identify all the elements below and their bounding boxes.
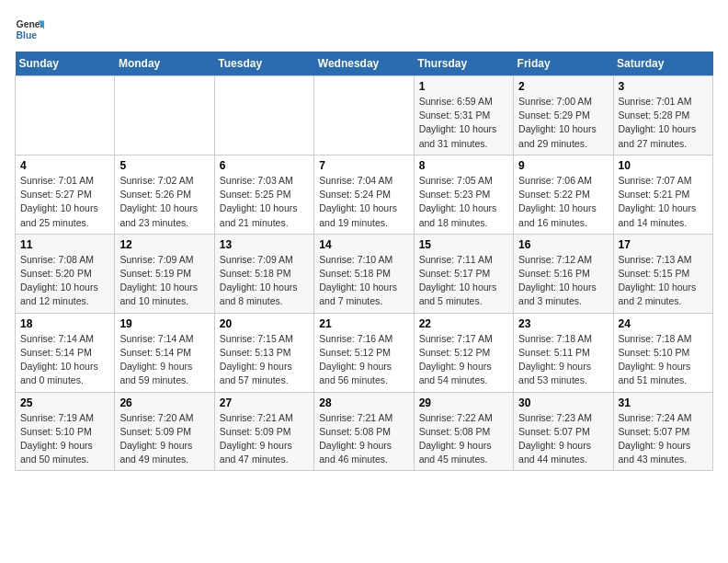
day-info: Sunrise: 7:21 AM Sunset: 5:09 PM Dayligh…	[220, 411, 309, 467]
calendar-cell: 12Sunrise: 7:09 AM Sunset: 5:19 PM Dayli…	[115, 234, 214, 313]
calendar-cell	[16, 76, 115, 155]
day-info: Sunrise: 7:19 AM Sunset: 5:10 PM Dayligh…	[20, 411, 109, 467]
day-number: 28	[319, 396, 408, 409]
calendar-week-5: 25Sunrise: 7:19 AM Sunset: 5:10 PM Dayli…	[16, 392, 713, 471]
day-info: Sunrise: 7:00 AM Sunset: 5:29 PM Dayligh…	[518, 95, 608, 151]
calendar-cell: 26Sunrise: 7:20 AM Sunset: 5:09 PM Dayli…	[115, 392, 214, 471]
calendar-cell: 31Sunrise: 7:24 AM Sunset: 5:07 PM Dayli…	[613, 392, 712, 471]
day-number: 24	[619, 317, 708, 330]
calendar-cell: 24Sunrise: 7:18 AM Sunset: 5:10 PM Dayli…	[613, 313, 712, 392]
day-info: Sunrise: 7:13 AM Sunset: 5:15 PM Dayligh…	[619, 253, 708, 309]
day-info: Sunrise: 7:18 AM Sunset: 5:11 PM Dayligh…	[518, 332, 608, 388]
day-info: Sunrise: 7:01 AM Sunset: 5:27 PM Dayligh…	[20, 174, 109, 230]
day-info: Sunrise: 7:03 AM Sunset: 5:25 PM Dayligh…	[220, 174, 309, 230]
day-info: Sunrise: 7:14 AM Sunset: 5:14 PM Dayligh…	[119, 332, 209, 388]
calendar-cell: 7Sunrise: 7:04 AM Sunset: 5:24 PM Daylig…	[314, 155, 414, 234]
day-number: 16	[518, 238, 608, 251]
calendar-week-1: 1Sunrise: 6:59 AM Sunset: 5:31 PM Daylig…	[16, 76, 713, 155]
day-info: Sunrise: 7:05 AM Sunset: 5:23 PM Dayligh…	[419, 174, 508, 230]
calendar-cell	[314, 76, 414, 155]
calendar-cell: 15Sunrise: 7:11 AM Sunset: 5:17 PM Dayli…	[414, 234, 513, 313]
day-info: Sunrise: 7:22 AM Sunset: 5:08 PM Dayligh…	[419, 411, 508, 467]
day-number: 30	[518, 396, 608, 409]
day-number: 20	[220, 317, 309, 330]
day-number: 27	[220, 396, 309, 409]
calendar-cell: 19Sunrise: 7:14 AM Sunset: 5:14 PM Dayli…	[115, 313, 214, 392]
day-number: 1	[419, 80, 508, 93]
calendar-table: SundayMondayTuesdayWednesdayThursdayFrid…	[15, 52, 713, 471]
day-info: Sunrise: 7:24 AM Sunset: 5:07 PM Dayligh…	[619, 411, 708, 467]
day-number: 3	[619, 80, 708, 93]
calendar-cell: 21Sunrise: 7:16 AM Sunset: 5:12 PM Dayli…	[314, 313, 414, 392]
day-number: 31	[619, 396, 708, 409]
day-number: 4	[20, 159, 109, 172]
day-number: 7	[319, 159, 408, 172]
day-number: 26	[119, 396, 209, 409]
day-info: Sunrise: 7:07 AM Sunset: 5:21 PM Dayligh…	[619, 174, 708, 230]
header-friday: Friday	[514, 52, 613, 76]
day-info: Sunrise: 7:11 AM Sunset: 5:17 PM Dayligh…	[419, 253, 508, 309]
header-thursday: Thursday	[414, 52, 513, 76]
day-number: 10	[619, 159, 708, 172]
calendar-cell: 25Sunrise: 7:19 AM Sunset: 5:10 PM Dayli…	[16, 392, 115, 471]
calendar-cell: 11Sunrise: 7:08 AM Sunset: 5:20 PM Dayli…	[16, 234, 115, 313]
calendar-cell: 5Sunrise: 7:02 AM Sunset: 5:26 PM Daylig…	[115, 155, 214, 234]
calendar-cell: 8Sunrise: 7:05 AM Sunset: 5:23 PM Daylig…	[414, 155, 513, 234]
calendar-week-4: 18Sunrise: 7:14 AM Sunset: 5:14 PM Dayli…	[16, 313, 713, 392]
day-number: 9	[518, 159, 608, 172]
calendar-cell: 22Sunrise: 7:17 AM Sunset: 5:12 PM Dayli…	[414, 313, 513, 392]
calendar-cell: 18Sunrise: 7:14 AM Sunset: 5:14 PM Dayli…	[16, 313, 115, 392]
day-number: 25	[20, 396, 109, 409]
calendar-cell: 16Sunrise: 7:12 AM Sunset: 5:16 PM Dayli…	[514, 234, 613, 313]
day-number: 8	[419, 159, 508, 172]
day-number: 2	[518, 80, 608, 93]
day-number: 29	[419, 396, 508, 409]
calendar-cell: 3Sunrise: 7:01 AM Sunset: 5:28 PM Daylig…	[613, 76, 712, 155]
day-info: Sunrise: 7:06 AM Sunset: 5:22 PM Dayligh…	[518, 174, 608, 230]
calendar-header-row: SundayMondayTuesdayWednesdayThursdayFrid…	[16, 52, 713, 76]
day-number: 22	[419, 317, 508, 330]
header-tuesday: Tuesday	[214, 52, 313, 76]
day-info: Sunrise: 7:01 AM Sunset: 5:28 PM Dayligh…	[619, 95, 708, 151]
day-info: Sunrise: 7:08 AM Sunset: 5:20 PM Dayligh…	[20, 253, 109, 309]
calendar-cell: 10Sunrise: 7:07 AM Sunset: 5:21 PM Dayli…	[613, 155, 712, 234]
calendar-cell: 29Sunrise: 7:22 AM Sunset: 5:08 PM Dayli…	[414, 392, 513, 471]
calendar-cell: 2Sunrise: 7:00 AM Sunset: 5:29 PM Daylig…	[514, 76, 613, 155]
day-info: Sunrise: 7:09 AM Sunset: 5:18 PM Dayligh…	[220, 253, 309, 309]
day-number: 13	[220, 238, 309, 251]
day-number: 15	[419, 238, 508, 251]
day-info: Sunrise: 7:10 AM Sunset: 5:18 PM Dayligh…	[319, 253, 408, 309]
calendar-cell: 13Sunrise: 7:09 AM Sunset: 5:18 PM Dayli…	[214, 234, 313, 313]
day-number: 5	[119, 159, 209, 172]
day-number: 21	[319, 317, 408, 330]
day-info: Sunrise: 7:12 AM Sunset: 5:16 PM Dayligh…	[518, 253, 608, 309]
day-info: Sunrise: 7:09 AM Sunset: 5:19 PM Dayligh…	[119, 253, 209, 309]
day-info: Sunrise: 7:02 AM Sunset: 5:26 PM Dayligh…	[119, 174, 209, 230]
day-info: Sunrise: 7:20 AM Sunset: 5:09 PM Dayligh…	[119, 411, 209, 467]
calendar-cell	[214, 76, 313, 155]
day-info: Sunrise: 7:21 AM Sunset: 5:08 PM Dayligh…	[319, 411, 408, 467]
calendar-cell: 27Sunrise: 7:21 AM Sunset: 5:09 PM Dayli…	[214, 392, 313, 471]
header-saturday: Saturday	[613, 52, 712, 76]
calendar-cell: 1Sunrise: 6:59 AM Sunset: 5:31 PM Daylig…	[414, 76, 513, 155]
header-monday: Monday	[115, 52, 214, 76]
calendar-cell: 9Sunrise: 7:06 AM Sunset: 5:22 PM Daylig…	[514, 155, 613, 234]
day-number: 6	[220, 159, 309, 172]
logo-icon: General Blue	[15, 15, 44, 44]
day-info: Sunrise: 7:16 AM Sunset: 5:12 PM Dayligh…	[319, 332, 408, 388]
calendar-week-3: 11Sunrise: 7:08 AM Sunset: 5:20 PM Dayli…	[16, 234, 713, 313]
day-number: 11	[20, 238, 109, 251]
day-number: 18	[20, 317, 109, 330]
svg-text:Blue: Blue	[17, 30, 38, 40]
day-number: 14	[319, 238, 408, 251]
calendar-cell: 17Sunrise: 7:13 AM Sunset: 5:15 PM Dayli…	[613, 234, 712, 313]
day-number: 12	[119, 238, 209, 251]
calendar-cell: 23Sunrise: 7:18 AM Sunset: 5:11 PM Dayli…	[514, 313, 613, 392]
day-info: Sunrise: 7:15 AM Sunset: 5:13 PM Dayligh…	[220, 332, 309, 388]
calendar-cell: 20Sunrise: 7:15 AM Sunset: 5:13 PM Dayli…	[214, 313, 313, 392]
day-info: Sunrise: 7:04 AM Sunset: 5:24 PM Dayligh…	[319, 174, 408, 230]
calendar-cell: 4Sunrise: 7:01 AM Sunset: 5:27 PM Daylig…	[16, 155, 115, 234]
day-number: 17	[619, 238, 708, 251]
page-header: General Blue	[15, 15, 713, 44]
calendar-cell: 30Sunrise: 7:23 AM Sunset: 5:07 PM Dayli…	[514, 392, 613, 471]
